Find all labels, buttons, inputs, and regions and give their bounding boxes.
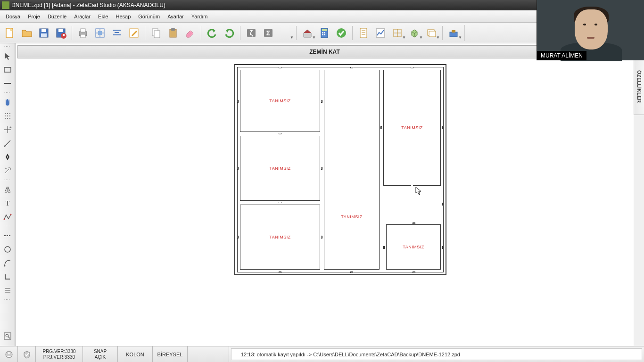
cube-dropdown-button[interactable]: ▼ xyxy=(406,25,422,41)
zeta-z-button[interactable]: ζ xyxy=(243,25,259,41)
check-ok-button[interactable] xyxy=(333,25,349,41)
grid-points-tool[interactable] xyxy=(1,109,14,123)
window-dropdown-button[interactable]: ▼ xyxy=(423,25,439,41)
wall-marker xyxy=(237,236,239,239)
menu-yardim[interactable]: Yardım xyxy=(188,12,212,21)
paste-button[interactable] xyxy=(165,25,181,41)
svg-point-66 xyxy=(3,219,5,220)
align-center-button[interactable] xyxy=(109,25,125,41)
calculator-button[interactable] xyxy=(316,25,332,41)
svg-rect-29 xyxy=(322,32,323,33)
svg-point-48 xyxy=(5,113,6,114)
svg-rect-30 xyxy=(324,32,325,33)
dropdown-empty-button[interactable]: ▼ xyxy=(277,25,293,41)
dashed-line-tool[interactable] xyxy=(1,229,14,242)
room[interactable]: TANIMSIZ xyxy=(386,224,441,270)
floor-plan: TANIMSIZ TANIMSIZ TANIMSIZ TANIMSIZ TANI… xyxy=(234,64,446,275)
menu-ekle[interactable]: Ekle xyxy=(94,12,112,21)
prg-version: PRG.VER:3330 xyxy=(42,349,75,354)
menu-dosya[interactable]: Dosya xyxy=(2,12,24,21)
copy-button[interactable] xyxy=(148,25,164,41)
toolbar-grip: ···· xyxy=(4,224,10,229)
grid-align-button[interactable] xyxy=(92,25,108,41)
svg-point-62 xyxy=(7,156,8,158)
toolbar-separator xyxy=(240,26,240,40)
menu-proje[interactable]: Proje xyxy=(24,12,44,21)
redo-button[interactable] xyxy=(221,25,237,41)
drawing-canvas[interactable]: TANIMSIZ TANIMSIZ TANIMSIZ TANIMSIZ TANI… xyxy=(17,60,632,344)
text-tool[interactable]: T xyxy=(1,197,14,210)
wall-marker xyxy=(279,202,281,203)
diagonal-tool[interactable] xyxy=(1,137,14,150)
crosshair-tool[interactable]: + xyxy=(1,123,14,136)
undo-button[interactable] xyxy=(204,25,220,41)
menu-hesap[interactable]: Hesap xyxy=(112,12,134,21)
svg-rect-45 xyxy=(452,30,455,33)
select-pointer-tool[interactable] xyxy=(1,49,14,63)
chart-button[interactable] xyxy=(372,25,388,41)
home-dropdown-button[interactable]: ▼ xyxy=(299,25,315,41)
svg-point-78 xyxy=(8,352,10,354)
svg-point-69 xyxy=(5,247,10,252)
zeta-sigma-button[interactable]: Σ xyxy=(260,25,276,41)
save-file-button[interactable] xyxy=(36,25,52,41)
properties-panel-tab[interactable]: ÖZELLİKLER xyxy=(634,58,644,115)
canvas-title: ZEMİN KAT xyxy=(309,49,339,55)
edit-note-button[interactable] xyxy=(126,25,142,41)
svg-point-55 xyxy=(7,118,8,119)
svg-rect-10 xyxy=(81,34,85,38)
erase-button[interactable] xyxy=(182,25,198,41)
wall-marker xyxy=(321,100,322,103)
polyline-tool[interactable] xyxy=(1,210,14,223)
open-file-button[interactable] xyxy=(19,25,35,41)
room[interactable]: TANIMSIZ xyxy=(383,70,441,186)
kolon-button[interactable]: KOLON xyxy=(118,346,153,362)
room[interactable]: TANIMSIZ xyxy=(324,70,380,270)
dimension-tool[interactable] xyxy=(1,284,14,297)
circle-tool[interactable] xyxy=(1,243,14,256)
status-icon-2[interactable] xyxy=(18,346,36,362)
room[interactable]: TANIMSIZ xyxy=(240,136,320,201)
menu-gorunum[interactable]: Görünüm xyxy=(134,12,164,21)
status-icon-1[interactable] xyxy=(0,346,18,362)
room[interactable]: TANIMSIZ xyxy=(240,205,320,270)
toolbar-grip: ···· xyxy=(4,178,10,182)
move-tool[interactable]: + xyxy=(1,164,14,177)
wall-marker xyxy=(380,126,382,129)
arc-tool[interactable] xyxy=(1,256,14,270)
pan-hand-tool[interactable] xyxy=(1,96,14,109)
svg-rect-46 xyxy=(4,67,11,72)
toolbar-separator xyxy=(352,26,353,40)
save-as-button[interactable] xyxy=(53,25,69,41)
room[interactable]: TANIMSIZ xyxy=(240,70,320,132)
toolbox-dropdown-button[interactable]: ▼ xyxy=(446,25,462,41)
snap-cell[interactable]: SNAP AÇIK xyxy=(83,346,118,362)
corner-tool[interactable] xyxy=(1,270,14,283)
pen-nib-tool[interactable] xyxy=(1,150,14,164)
svg-text:T: T xyxy=(5,200,9,207)
toolbar-grip: ···· xyxy=(4,297,10,302)
svg-point-49 xyxy=(7,113,8,114)
svg-rect-31 xyxy=(322,34,323,35)
print-button[interactable] xyxy=(75,25,91,41)
rectangle-tool[interactable] xyxy=(1,63,14,76)
status-gap xyxy=(188,346,229,362)
menu-araclar[interactable]: Araçlar xyxy=(70,12,94,21)
structure-dropdown-button[interactable]: ▼ xyxy=(389,25,405,41)
report-button[interactable] xyxy=(355,25,372,41)
wall-marker xyxy=(413,222,415,224)
toolbar-grip: ···· xyxy=(4,44,10,49)
snap-state: AÇIK xyxy=(95,354,106,360)
mirror-tool[interactable] xyxy=(1,183,14,196)
zoom-region-tool[interactable] xyxy=(1,329,14,343)
menu-duzenle[interactable]: Düzenle xyxy=(44,12,70,21)
line-tool[interactable] xyxy=(1,77,14,90)
menu-ayarlar[interactable]: Ayarlar xyxy=(164,12,188,21)
toolbar-overflow[interactable] xyxy=(464,25,469,41)
wall-marker xyxy=(442,203,444,206)
svg-text:+: + xyxy=(5,166,7,171)
chevron-down-icon: ▼ xyxy=(312,35,316,40)
svg-point-70 xyxy=(4,265,5,267)
new-file-button[interactable] xyxy=(2,25,18,41)
bireysel-button[interactable]: BİREYSEL xyxy=(153,346,188,362)
